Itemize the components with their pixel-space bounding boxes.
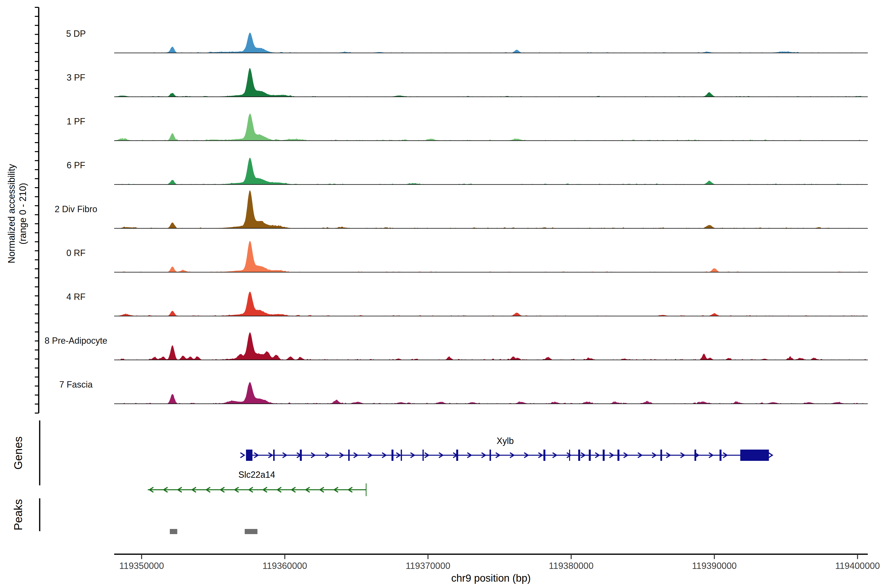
- x-tick-label: 119350000: [119, 561, 164, 571]
- gene-xylb: [241, 450, 772, 461]
- x-tick-label: 119360000: [262, 561, 307, 571]
- peaks-section-label: Peaks: [12, 499, 24, 530]
- track-label-0-rf: 0 RF: [66, 248, 86, 258]
- gene-label-xylb: Xylb: [496, 436, 514, 446]
- called-peak: [170, 529, 177, 534]
- signal-track-8-pre-adipocyte: [114, 332, 868, 360]
- signal-track-3-pf: [114, 68, 868, 97]
- accessibility-tracks: 5 DP3 PF1 PF6 PF2 Div Fibro0 RF4 RF8 Pre…: [45, 28, 868, 404]
- x-axis-title: chr9 position (bp): [451, 572, 531, 584]
- y-axis-label-line1: Normalized accessibility: [6, 164, 16, 263]
- gene-slc22a14: [148, 483, 366, 496]
- signal-track-1-pf: [114, 113, 868, 141]
- track-label-5-dp: 5 DP: [66, 28, 86, 39]
- x-axis: 1193500001193600001193700001193800001193…: [114, 554, 880, 571]
- genome-browser-svg: 5 DP3 PF1 PF6 PF2 Div Fibro0 RF4 RF8 Pre…: [0, 0, 882, 588]
- track-label-6-pf: 6 PF: [67, 160, 85, 170]
- x-tick-label: 119370000: [406, 561, 450, 571]
- y-axis-ruler: [35, 8, 39, 413]
- y-axis-label-line2: (range 0 - 210): [18, 183, 28, 244]
- signal-track-7-fascia: [114, 382, 868, 404]
- x-tick-label: 119400000: [835, 561, 880, 571]
- track-label-8-pre-adipocyte: 8 Pre-Adipocyte: [45, 336, 107, 346]
- signal-track-4-rf: [114, 291, 868, 316]
- track-label-4-rf: 4 RF: [66, 292, 86, 302]
- last-exon-box: [740, 450, 769, 461]
- strand-arrow: [769, 453, 772, 458]
- x-tick-label: 119390000: [692, 561, 736, 571]
- first-exon-box: [246, 450, 252, 461]
- gene-label-slc22a14: Slc22a14: [238, 470, 275, 480]
- track-label-1-pf: 1 PF: [67, 116, 85, 126]
- genome-browser-figure: 5 DP3 PF1 PF6 PF2 Div Fibro0 RF4 RF8 Pre…: [0, 0, 882, 588]
- signal-track-0-rf: [114, 241, 868, 272]
- signal-track-5-dp: [114, 33, 868, 53]
- peak-calls-track: [170, 529, 258, 534]
- strand-arrow: [241, 453, 244, 458]
- called-peak: [245, 529, 258, 534]
- track-label-7-fascia: 7 Fascia: [59, 380, 93, 390]
- track-label-2-div-fibro: 2 Div Fibro: [55, 204, 97, 214]
- track-label-3-pf: 3 PF: [67, 72, 85, 82]
- signal-track-2-div-fibro: [114, 190, 868, 228]
- x-tick-label: 119380000: [549, 561, 593, 571]
- signal-track-6-pf: [114, 158, 868, 185]
- genes-section-label: Genes: [12, 436, 24, 470]
